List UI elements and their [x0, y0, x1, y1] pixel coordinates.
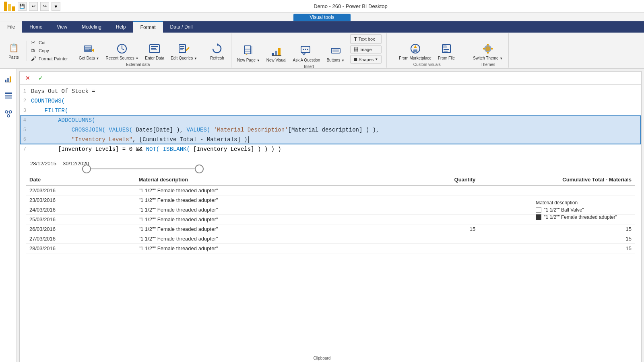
- cell-date: 22/03/2016: [26, 185, 135, 195]
- tab-format[interactable]: Format: [133, 21, 163, 33]
- col-header-date: Date: [26, 174, 135, 185]
- legend-box-2: [536, 214, 541, 220]
- sidebar-icon-report[interactable]: [1, 71, 16, 86]
- new-visual-icon: [270, 44, 283, 57]
- svg-point-29: [303, 49, 304, 50]
- shapes-button[interactable]: ◼ Shapes ▼: [350, 55, 382, 64]
- enter-data-icon: [148, 42, 161, 55]
- sidebar-icon-model[interactable]: [1, 107, 16, 121]
- recent-sources-button[interactable]: Recent Sources ▼: [103, 41, 141, 62]
- ask-question-icon: [300, 44, 313, 57]
- svg-rect-2: [12, 6, 15, 11]
- cell-cumulative: 15: [479, 224, 635, 234]
- code-editor[interactable]: 1 Days Out Of Stock = 2 COUNTROWS( 3 FIL…: [20, 85, 641, 156]
- code-line-1: 1 Days Out Of Stock =: [20, 86, 641, 96]
- code-line-5: 5 CROSSJOIN( VALUES( Dates[Date] ), VALU…: [20, 125, 641, 135]
- refresh-icon: [211, 42, 223, 55]
- cell-quantity: 15: [400, 224, 479, 234]
- svg-point-44: [485, 46, 490, 51]
- cell-date: 25/03/2016: [26, 215, 135, 224]
- svg-point-57: [9, 111, 12, 113]
- svg-line-59: [6, 113, 8, 115]
- image-button[interactable]: 🖼 Image: [350, 45, 382, 53]
- code-line-7: 7 [Inventory Levels] = 0 && NOT( ISBLANK…: [20, 144, 641, 154]
- external-data-group: Get Data ▼ Recent Sources ▼: [73, 33, 203, 68]
- redo-icon[interactable]: ↪: [40, 2, 49, 11]
- svg-rect-34: [332, 49, 339, 52]
- svg-rect-41: [444, 49, 449, 50]
- date-range-container: 28/12/2015 30/12/2020: [26, 159, 635, 167]
- from-marketplace-button[interactable]: From Marketplace: [396, 41, 434, 62]
- date-slider[interactable]: [87, 168, 199, 169]
- tab-data-drill[interactable]: Data / Drill: [163, 21, 200, 33]
- svg-point-31: [307, 49, 308, 50]
- svg-rect-20: [251, 46, 252, 54]
- switch-theme-button[interactable]: Switch Theme ▼: [471, 41, 505, 62]
- new-visual-button[interactable]: New Visual: [264, 43, 289, 64]
- refresh-button[interactable]: Refresh: [208, 41, 227, 62]
- cell-date: 26/03/2016: [26, 224, 135, 234]
- paste-button[interactable]: 📋 Paste: [3, 41, 24, 61]
- ask-question-button[interactable]: Ask A Question: [291, 43, 323, 64]
- tab-home[interactable]: Home: [22, 21, 50, 33]
- tab-view[interactable]: View: [50, 21, 74, 33]
- undo-icon[interactable]: ↩: [29, 2, 38, 11]
- svg-rect-25: [275, 51, 277, 56]
- code-line-6: 6 "Inventory Levels", [Cumulative Total …: [20, 135, 641, 144]
- copy-button[interactable]: ⧉ Copy: [29, 47, 70, 54]
- svg-rect-51: [10, 76, 11, 82]
- recent-sources-icon: [116, 42, 128, 55]
- tab-help[interactable]: Help: [109, 21, 133, 33]
- svg-rect-53: [5, 93, 12, 94]
- new-page-button[interactable]: + New Page ▼: [235, 43, 262, 64]
- edit-queries-button[interactable]: Edit Queries ▼: [168, 41, 200, 62]
- paste-icon: 📋: [7, 41, 20, 54]
- sidebar-icon-data[interactable]: [1, 89, 16, 103]
- main-area: ✕ ✓ 1 Days Out Of Stock = 2 COUNTROWS( 3…: [0, 69, 644, 362]
- window-title: Demo - 260 - Power BI Desktop: [60, 3, 641, 9]
- more-icon[interactable]: ▼: [52, 2, 60, 11]
- slider-right-thumb[interactable]: [195, 165, 204, 173]
- legend-checkbox-1[interactable]: [536, 207, 541, 213]
- clipboard-group: 📋 Paste ✂ Cut ⧉ Copy 🖌 Format Painter Cl…: [0, 33, 73, 68]
- cell-quantity: [400, 234, 479, 244]
- formula-check-button[interactable]: ✓: [36, 73, 45, 83]
- formula-close-button[interactable]: ✕: [23, 73, 33, 83]
- format-painter-button[interactable]: 🖌 Format Painter: [29, 55, 70, 62]
- svg-rect-12: [151, 49, 157, 50]
- from-file-button[interactable]: From File: [436, 41, 457, 62]
- cell-date: 27/03/2016: [26, 234, 135, 244]
- svg-rect-10: [151, 46, 158, 47]
- svg-rect-50: [7, 78, 9, 82]
- slider-left-thumb[interactable]: [82, 165, 91, 173]
- cell-quantity: [400, 205, 479, 215]
- legend-item-2: "1 1/2"" Female threaded adupter": [536, 214, 617, 220]
- quick-access-toolbar: 💾 ↩ ↪ ▼: [18, 2, 60, 11]
- get-data-button[interactable]: Get Data ▼: [76, 41, 102, 62]
- tab-file[interactable]: File: [0, 21, 22, 33]
- buttons-button[interactable]: Buttons ▼: [324, 43, 347, 64]
- switch-theme-icon: [481, 42, 494, 55]
- svg-marker-40: [442, 45, 447, 48]
- from-file-icon: [440, 42, 453, 55]
- svg-rect-26: [278, 48, 281, 56]
- tab-modeling[interactable]: Modeling: [74, 21, 109, 33]
- visual-tools-tab[interactable]: Visual tools: [293, 14, 350, 21]
- refresh-group: Refresh: [203, 33, 231, 68]
- svg-point-58: [7, 115, 10, 117]
- svg-rect-16: [180, 49, 183, 50]
- date-from: 28/12/2015: [30, 160, 56, 167]
- svg-rect-11: [151, 48, 156, 49]
- cell-quantity: [400, 185, 479, 195]
- col-header-cumulative: Cumulative Total - Materials: [479, 174, 635, 185]
- table-row: 26/03/2016 "1 1/2"" Female threaded adup…: [26, 224, 635, 234]
- textbox-button[interactable]: T Text box: [350, 34, 382, 44]
- save-icon[interactable]: 💾: [18, 2, 27, 11]
- cut-button[interactable]: ✂ Cut: [29, 39, 70, 46]
- app-logo: [3, 1, 16, 12]
- enter-data-button[interactable]: Enter Data: [142, 41, 167, 62]
- title-bar: 💾 ↩ ↪ ▼ Demo - 260 - Power BI Desktop: [0, 0, 644, 13]
- content-area: ✕ ✓ 1 Days Out Of Stock = 2 COUNTROWS( 3…: [19, 71, 642, 362]
- table-header-row: Date Material description Quantity Cumul…: [26, 174, 635, 185]
- svg-rect-48: [491, 48, 493, 49]
